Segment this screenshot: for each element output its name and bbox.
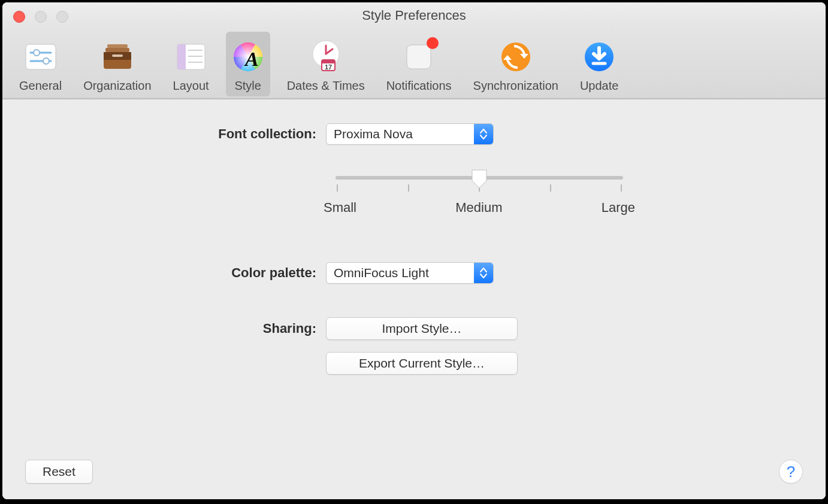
color-palette-select[interactable]: OmniFocus Light (326, 262, 494, 284)
row-font-collection: Font collection: Proxima Nova (2, 123, 826, 145)
svg-rect-6 (105, 48, 129, 52)
stepper-arrows-icon (474, 124, 493, 144)
svg-rect-11 (177, 44, 186, 69)
svg-text:A: A (244, 48, 259, 70)
svg-rect-0 (26, 44, 56, 69)
font-collection-select[interactable]: Proxima Nova (326, 123, 494, 145)
svg-point-2 (34, 50, 40, 56)
zoom-window-button[interactable] (56, 11, 68, 23)
layout-icon (174, 40, 208, 74)
stepper-arrows-icon (474, 263, 493, 283)
preferences-toolbar: General Organization (2, 29, 826, 99)
close-window-button[interactable] (13, 11, 25, 23)
toolbar-item-notifications[interactable]: Notifications (382, 32, 457, 96)
toolbar-item-synchronization[interactable]: Synchronization (469, 32, 563, 96)
notification-badge-icon (427, 37, 439, 49)
toolbar-item-style[interactable]: A Style (226, 32, 270, 96)
download-icon (582, 40, 617, 74)
slider-thumb[interactable] (471, 169, 488, 189)
drawer-icon (100, 40, 135, 74)
export-style-button[interactable]: Export Current Style… (326, 352, 518, 375)
svg-point-4 (43, 58, 49, 64)
toolbar-label: Notifications (386, 79, 452, 93)
font-size-slider[interactable]: Small Medium Large (336, 176, 623, 215)
clock-calendar-icon: 17 (309, 40, 343, 74)
titlebar: Style Preferences (2, 2, 826, 29)
svg-text:17: 17 (325, 63, 332, 71)
toolbar-label: Update (580, 79, 619, 93)
toolbar-item-dates-times[interactable]: 17 Dates & Times (282, 32, 370, 96)
row-sharing: Sharing: Import Style… (2, 317, 826, 340)
footer: Reset ? (2, 460, 826, 484)
window-title: Style Preferences (2, 8, 826, 23)
toolbar-label: General (19, 79, 62, 93)
help-button[interactable]: ? (779, 460, 803, 484)
import-style-button[interactable]: Import Style… (326, 317, 518, 340)
traffic-lights (13, 11, 68, 23)
slider-label-medium: Medium (455, 200, 502, 215)
reset-button[interactable]: Reset (25, 460, 93, 484)
svg-rect-5 (107, 44, 128, 48)
content-pane: Font collection: Proxima Nova (2, 99, 826, 499)
preferences-window: Style Preferences General (2, 2, 826, 499)
toolbar-label: Style (234, 79, 261, 93)
toolbar-label: Dates & Times (287, 79, 365, 93)
toolbar-item-layout[interactable]: Layout (168, 32, 214, 96)
toolbar-item-organization[interactable]: Organization (78, 32, 156, 96)
toolbar-label: Organization (83, 79, 151, 93)
row-export: Export Current Style… (2, 352, 826, 375)
sync-icon (498, 40, 533, 74)
font-collection-value: Proxima Nova (327, 124, 474, 144)
minimize-window-button[interactable] (35, 11, 47, 23)
slider-label-large: Large (602, 200, 635, 215)
row-color-palette: Color palette: OmniFocus Light (2, 262, 826, 284)
help-icon: ? (787, 463, 795, 481)
toolbar-item-update[interactable]: Update (575, 32, 624, 96)
toolbar-item-general[interactable]: General (14, 32, 67, 96)
sliders-icon (23, 40, 58, 74)
svg-rect-9 (112, 54, 123, 57)
slider-labels: Small Medium Large (324, 200, 635, 215)
font-collection-label: Font collection: (2, 126, 326, 142)
slider-track (336, 176, 623, 180)
svg-rect-23 (407, 45, 431, 69)
toolbar-label: Layout (173, 79, 209, 93)
slider-label-small: Small (324, 200, 356, 215)
toolbar-label: Synchronization (473, 79, 558, 93)
sharing-label: Sharing: (2, 321, 326, 336)
notifications-icon (401, 40, 436, 74)
color-wheel-icon: A (231, 40, 265, 74)
color-palette-value: OmniFocus Light (327, 263, 474, 283)
color-palette-label: Color palette: (2, 265, 326, 281)
